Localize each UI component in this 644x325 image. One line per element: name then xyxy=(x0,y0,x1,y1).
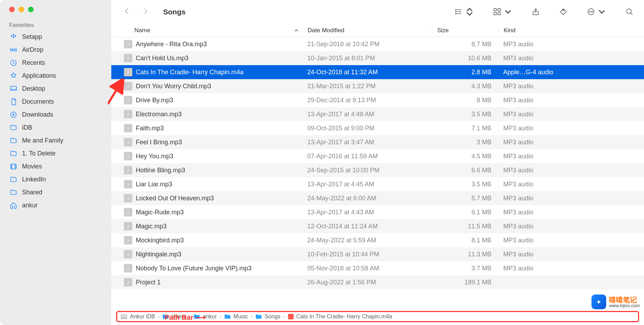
folder-icon xyxy=(10,189,17,196)
file-kind: MP3 audio xyxy=(498,167,644,174)
file-row[interactable]: ♪Nightingale.mp310-Feb-2015 at 10:44 PM1… xyxy=(111,247,644,261)
file-name: Drive By.mp3 xyxy=(136,97,173,104)
file-date: 24-Oct-2018 at 11:32 AM xyxy=(302,69,432,76)
view-list-button[interactable] xyxy=(455,8,474,16)
file-size: 189.1 MB xyxy=(432,279,498,286)
sidebar-item-ankur[interactable]: ankur xyxy=(0,199,111,212)
file-row[interactable]: ♪Mockingbird.mp324-May-2022 at 5:59 AM8.… xyxy=(111,233,644,247)
sidebar-item-setapp[interactable]: Setapp xyxy=(0,30,111,43)
sidebar-item-idb[interactable]: iDB xyxy=(0,121,111,134)
sidebar-item-desktop[interactable]: Desktop xyxy=(0,82,111,95)
file-date: 21-Mar-2015 at 1:22 PM xyxy=(302,83,432,90)
file-row[interactable]: ♪Project 126-Aug-2022 at 1:56 PM189.1 MB xyxy=(111,275,644,289)
sidebar-item-linkedin[interactable]: LinkedIn xyxy=(0,173,111,186)
path-segment[interactable]: Users xyxy=(172,313,186,320)
file-row[interactable]: ♪Anywhere - Rita Ora.mp321-Sep-2018 at 1… xyxy=(111,37,644,51)
file-thumbnail-icon: ♪ xyxy=(124,222,132,230)
file-date: 05-Nov-2018 at 10:58 AM xyxy=(302,265,432,272)
sidebar-item-shared[interactable]: Shared xyxy=(0,186,111,199)
home-icon xyxy=(10,202,17,209)
file-name: Magic-Rude.mp3 xyxy=(136,209,184,216)
file-row[interactable]: ♪Don't You Worry Child.mp321-Mar-2015 at… xyxy=(111,79,644,93)
sidebar-item-label: 1. To Delete xyxy=(22,150,56,157)
file-row[interactable]: ♪Hotline Bling.mp324-Sep-2015 at 10:00 P… xyxy=(111,163,644,177)
folder-icon xyxy=(162,314,169,319)
file-row[interactable]: ♪Locked Out Of Heaven.mp324-May-2022 at … xyxy=(111,191,644,205)
file-row[interactable]: ♪Drive By.mp329-Dec-2014 at 9:13 PM8 MBM… xyxy=(111,93,644,107)
file-row[interactable]: ♪Feel I Bring.mp313-Apr-2017 at 3:47 AM3… xyxy=(111,135,644,149)
path-segment[interactable]: Ankur iDB xyxy=(130,313,155,320)
file-thumbnail-icon: ♪ xyxy=(124,180,132,188)
file-date: 10-Jan-2015 at 8:01 PM xyxy=(302,55,432,62)
file-thumbnail-icon: ♪ xyxy=(124,124,132,132)
file-thumbnail-icon: ♪ xyxy=(124,110,132,118)
file-row[interactable]: ♪Magic-Rude.mp313-Apr-2017 at 4:43 AM9.1… xyxy=(111,205,644,219)
path-segment[interactable]: ankur xyxy=(203,313,217,320)
group-button[interactable] xyxy=(493,8,512,16)
minimize-window-button[interactable] xyxy=(19,7,24,12)
chevron-right-icon: › xyxy=(251,313,253,320)
file-row[interactable]: ♪Faith.mp309-Oct-2015 at 9:00 PM7.1 MBMP… xyxy=(111,121,644,135)
close-window-button[interactable] xyxy=(9,7,15,12)
sidebar-item-applications[interactable]: Applications xyxy=(0,69,111,82)
applications-icon xyxy=(10,72,17,79)
actions-button[interactable] xyxy=(587,8,606,16)
column-header-kind[interactable]: Kind xyxy=(498,27,644,34)
sidebar-item-downloads[interactable]: Downloads xyxy=(0,108,111,121)
file-name: Liar Liar.mp3 xyxy=(136,181,172,188)
file-size: 4.5 MB xyxy=(432,153,498,160)
path-segment[interactable]: Music xyxy=(233,313,248,320)
path-segment[interactable]: Cats In The Cradle- Harry Chapin.m4a xyxy=(296,313,392,320)
svg-point-29 xyxy=(592,12,593,12)
file-thumbnail-icon: ♪ xyxy=(124,166,132,174)
file-thumbnail-icon: ♪ xyxy=(124,236,132,244)
sidebar-item-label: Applications xyxy=(22,72,56,79)
forward-button[interactable] xyxy=(141,7,149,16)
sidebar-item-label: AirDrop xyxy=(22,46,43,54)
svg-rect-2 xyxy=(10,87,17,90)
sidebar-item-me-and-family[interactable]: Me and Family xyxy=(0,134,111,147)
file-kind: MP3 audio xyxy=(498,195,644,202)
column-header-date[interactable]: Date Modified xyxy=(302,27,432,34)
svg-point-15 xyxy=(456,11,456,12)
file-row[interactable]: ♪Liar Liar.mp313-Apr-2017 at 4:45 AM3.5 … xyxy=(111,177,644,191)
back-button[interactable] xyxy=(123,7,131,16)
file-row[interactable]: ♪Magic.mp312-Oct-2014 at 11:24 AM11.5 MB… xyxy=(111,219,644,233)
file-thumbnail-icon: ♪ xyxy=(124,194,132,202)
path-bar[interactable]: Ankur iDB›Users›ankur›Music›Songs›Cats I… xyxy=(116,311,639,322)
file-thumbnail-icon: ♪ xyxy=(124,96,132,104)
sidebar-item-recents[interactable]: Recents xyxy=(0,56,111,69)
file-size: 8.7 MB xyxy=(432,41,498,48)
file-thumbnail-icon: ♪ xyxy=(124,250,132,258)
drive-icon xyxy=(121,314,127,319)
file-name: Don't You Worry Child.mp3 xyxy=(136,83,211,90)
file-kind: MP3 audio xyxy=(498,209,644,216)
file-row[interactable]: ♪Nobody To Love (Future Jungle VIP).mp30… xyxy=(111,261,644,275)
file-size: 6.6 MB xyxy=(432,167,498,174)
path-segment[interactable]: Songs xyxy=(265,313,280,320)
file-name: Can't Hold Us.mp3 xyxy=(136,55,189,62)
file-name: Feel I Bring.mp3 xyxy=(136,139,182,146)
file-size: 9.1 MB xyxy=(432,209,498,216)
file-row[interactable]: ♪Hey You.mp307-Apr-2016 at 11:59 AM4.5 M… xyxy=(111,149,644,163)
sidebar-item-movies[interactable]: Movies xyxy=(0,160,111,173)
column-header-size[interactable]: Size xyxy=(432,27,498,34)
file-thumbnail-icon: ♪ xyxy=(124,40,132,48)
file-thumbnail-icon: ♪ xyxy=(124,68,132,76)
file-kind: MP3 audio xyxy=(498,251,644,258)
zoom-window-button[interactable] xyxy=(28,7,34,12)
file-row[interactable]: ♪Electroman.mp313-Apr-2017 at 4:48 AM3.5… xyxy=(111,107,644,121)
sidebar-item-airdrop[interactable]: AirDrop xyxy=(0,43,111,56)
file-size: 8 MB xyxy=(432,97,498,104)
search-button[interactable] xyxy=(625,8,634,16)
file-name: Cats In The Cradle- Harry Chapin.m4a xyxy=(136,69,244,76)
column-header-name[interactable]: Name xyxy=(111,27,302,34)
tags-button[interactable] xyxy=(559,8,567,16)
setapp-icon xyxy=(10,33,17,41)
file-row[interactable]: ♪Can't Hold Us.mp310-Jan-2015 at 8:01 PM… xyxy=(111,51,644,65)
sidebar-item-1-to-delete[interactable]: 1. To Delete xyxy=(0,147,111,160)
file-row[interactable]: ♪Cats In The Cradle- Harry Chapin.m4a24-… xyxy=(111,65,644,79)
share-button[interactable] xyxy=(532,8,540,16)
sidebar-item-documents[interactable]: Documents xyxy=(0,95,111,108)
file-kind: MP3 audio xyxy=(498,97,644,104)
